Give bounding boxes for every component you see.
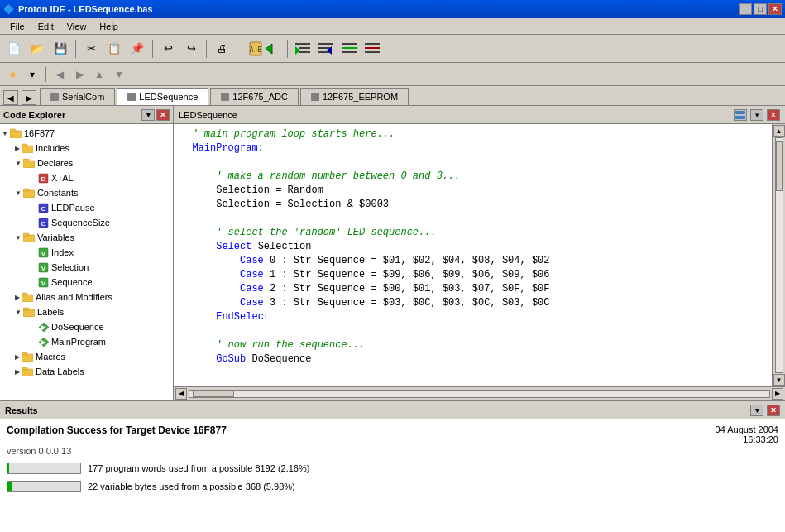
menu-bar: File Edit View Help xyxy=(0,18,785,35)
vscroll-down-button[interactable]: ▼ xyxy=(773,374,785,386)
tree-item-macros[interactable]: ▶ Macros xyxy=(0,349,173,364)
svg-rect-47 xyxy=(22,354,33,362)
editor-close-button[interactable]: ✕ xyxy=(767,109,780,121)
maximize-button[interactable]: □ xyxy=(754,3,767,15)
expand-icon-16f877[interactable]: ▼ xyxy=(2,130,8,137)
compile-button[interactable]: A→B xyxy=(242,38,283,60)
tree-item-index[interactable]: V Index xyxy=(0,245,173,260)
tree-item-constants[interactable]: ▼ Constants xyxy=(0,185,173,200)
expand-icon-variables[interactable]: ▼ xyxy=(15,234,22,242)
paste-button[interactable]: 📌 xyxy=(127,38,148,60)
tree-item-mainprogram[interactable]: ▶ MainProgram xyxy=(0,334,173,349)
svg-rect-32 xyxy=(23,233,29,236)
copy-button[interactable]: 📋 xyxy=(103,38,125,60)
vscroll-up-button[interactable]: ▲ xyxy=(773,125,785,137)
expand-icon-datalabels[interactable]: ▶ xyxy=(15,368,20,376)
explorer-close-button[interactable]: ✕ xyxy=(156,109,170,121)
comment-button[interactable] xyxy=(338,38,360,60)
up-button[interactable]: ▲ xyxy=(90,65,108,84)
star-button[interactable]: ★ xyxy=(3,65,22,84)
progress-bar-1 xyxy=(7,463,81,474)
hscroll-track[interactable] xyxy=(189,390,770,398)
back-button[interactable]: ◀ xyxy=(50,65,69,84)
vscroll-thumb[interactable] xyxy=(776,141,783,191)
svg-text:A→B: A→B xyxy=(250,46,262,54)
code-line-10: Case 0 : Str Sequence = $01, $02, $04, $… xyxy=(180,254,765,268)
svg-rect-41 xyxy=(23,309,35,317)
expand-icon-macros[interactable]: ▶ xyxy=(15,353,20,361)
svg-text:D: D xyxy=(41,175,45,182)
editor-menu-button[interactable] xyxy=(734,109,747,121)
minimize-button[interactable]: _ xyxy=(739,3,752,15)
variable-icon-sequence: V xyxy=(36,276,50,289)
tab-nav-right[interactable]: ▶ xyxy=(22,90,36,105)
forward-button[interactable]: ▶ xyxy=(70,65,89,84)
tree-item-16f877[interactable]: ▼ 16F877 xyxy=(0,126,173,141)
hscroll-left-button[interactable]: ◀ xyxy=(175,388,187,400)
expand-icon-alias[interactable]: ▶ xyxy=(15,294,20,301)
tree-item-ledpause[interactable]: C LEDPause xyxy=(0,200,173,215)
dropdown-button[interactable]: ▾ xyxy=(23,65,41,84)
tree-label-variables: Variables xyxy=(37,232,74,242)
tree-item-declares[interactable]: ▼ Declares xyxy=(0,156,173,170)
uncomment-button[interactable] xyxy=(361,38,383,60)
results-title: Results xyxy=(5,405,38,415)
menu-file[interactable]: File xyxy=(3,20,31,33)
hscroll-thumb[interactable] xyxy=(193,391,234,397)
vertical-scrollbar[interactable]: ▲ ▼ xyxy=(772,124,785,386)
cut-button[interactable]: ✂ xyxy=(80,38,102,60)
tree-item-selection[interactable]: V Selection xyxy=(0,260,173,275)
vscroll-track[interactable] xyxy=(775,137,783,373)
menu-help[interactable]: Help xyxy=(93,20,125,33)
menu-view[interactable]: View xyxy=(60,20,93,33)
tab-12f675-eeprom[interactable]: 12F675_EEPROM xyxy=(300,88,409,105)
variable-icon-index: V xyxy=(36,246,50,259)
tree-item-sequence[interactable]: V Sequence xyxy=(0,275,173,290)
explorer-tree: ▼ 16F877 ▶ Includes ▼ Declares xyxy=(0,124,173,400)
tree-item-labels[interactable]: ▼ Labels xyxy=(0,304,173,319)
svg-rect-49 xyxy=(22,369,33,376)
new-button[interactable]: 📄 xyxy=(3,38,25,60)
expand-icon-constants[interactable]: ▼ xyxy=(15,189,22,197)
tree-item-includes[interactable]: ▶ Includes xyxy=(0,141,173,156)
tree-item-datalabels[interactable]: ▶ Data Labels xyxy=(0,364,173,379)
results-top: Compilation Success for Target Device 16… xyxy=(7,424,778,444)
tab-ledsequence[interactable]: LEDSequence xyxy=(117,88,208,105)
tree-item-variables[interactable]: ▼ Variables xyxy=(0,230,173,245)
tree-item-alias[interactable]: ▶ Alias and Modifiers xyxy=(0,290,173,304)
expand-icon-includes[interactable]: ▶ xyxy=(15,145,20,152)
results-header-right: ▾ ✕ xyxy=(750,405,780,416)
tree-item-dosequence[interactable]: ▶ DoSequence xyxy=(0,319,173,334)
results-close-button[interactable]: ✕ xyxy=(767,405,780,416)
code-content[interactable]: ' main program loop starts here... MainP… xyxy=(174,124,772,386)
editor-dropdown-button[interactable]: ▾ xyxy=(750,109,763,121)
menu-edit[interactable]: Edit xyxy=(31,20,60,33)
folder-icon-16f877 xyxy=(9,127,22,140)
tree-item-sequencesize[interactable]: C SequenceSize xyxy=(0,215,173,230)
tab-12f675-adc[interactable]: 12F675_ADC xyxy=(210,88,299,105)
explorer-menu-button[interactable]: ▾ xyxy=(141,109,155,121)
folder-icon-includes xyxy=(21,141,34,155)
tree-label-selection: Selection xyxy=(51,262,89,272)
results-dropdown-button[interactable]: ▾ xyxy=(750,405,763,416)
expand-icon-labels[interactable]: ▼ xyxy=(15,309,22,316)
undo-button[interactable]: ↩ xyxy=(157,38,179,60)
code-line-16: ' now run the sequence... xyxy=(180,338,765,352)
open-button[interactable]: 📂 xyxy=(26,38,48,60)
print-button[interactable]: 🖨 xyxy=(211,38,232,60)
tab-serialcom[interactable]: SerialCom xyxy=(40,88,115,105)
tree-item-xtal[interactable]: D XTAL xyxy=(0,170,173,185)
expand-icon-declares[interactable]: ▼ xyxy=(15,160,22,167)
tab-nav-left[interactable]: ◀ xyxy=(3,90,18,105)
redo-button[interactable]: ↪ xyxy=(180,38,202,60)
hscroll-right-button[interactable]: ▶ xyxy=(772,388,783,400)
svg-text:C: C xyxy=(41,219,45,227)
save-button[interactable]: 💾 xyxy=(50,38,71,60)
close-button[interactable]: ✕ xyxy=(768,3,782,15)
svg-rect-42 xyxy=(23,308,29,310)
down-button[interactable]: ▼ xyxy=(110,65,128,84)
editor-header: LEDSequence ▾ ✕ xyxy=(174,106,785,124)
indent-decrease-button[interactable] xyxy=(315,38,337,60)
indent-increase-button[interactable] xyxy=(292,38,314,60)
code-line-12: Case 2 : Str Sequence = $00, $01, $03, $… xyxy=(180,282,765,296)
